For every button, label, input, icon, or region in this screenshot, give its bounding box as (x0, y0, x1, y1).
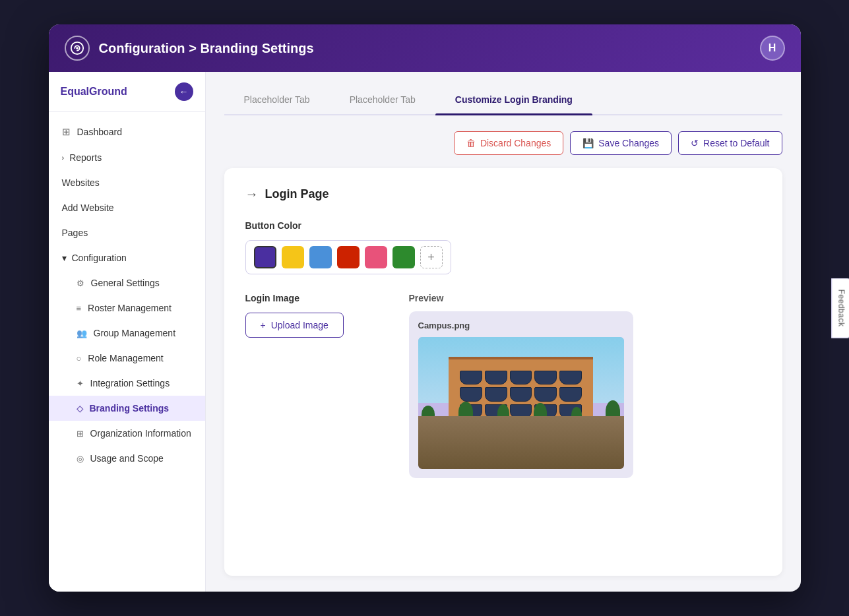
integration-icon: ✦ (77, 379, 84, 388)
sidebar-item-reports[interactable]: › Reports (49, 145, 205, 170)
sidebar-item-label: Branding Settings (90, 403, 170, 414)
main-content: Placeholder Tab Placeholder Tab Customiz… (206, 72, 801, 592)
sidebar-item-roster-management[interactable]: ≡ Roster Management (49, 295, 205, 321)
plus-icon: + (261, 320, 266, 330)
campus-illustration (418, 337, 624, 469)
preview-filename: Campus.png (418, 321, 624, 330)
sidebar: EqualGround ← ⊞ Dashboard › Reports Webs… (49, 72, 206, 592)
add-color-button[interactable]: + (420, 246, 443, 268)
sidebar-item-branding-settings[interactable]: ◇ Branding Settings (49, 396, 205, 421)
ground-bg (418, 416, 624, 469)
tabs-bar: Placeholder Tab Placeholder Tab Customiz… (224, 88, 782, 115)
color-swatch-blue[interactable] (309, 246, 332, 268)
tab-customize-login-branding[interactable]: Customize Login Branding (435, 88, 592, 114)
sidebar-item-dashboard[interactable]: ⊞ Dashboard (49, 119, 205, 145)
sidebar-item-role-management[interactable]: ○ Role Management (49, 346, 205, 371)
card-title: Login Page (265, 187, 329, 201)
app-logo (65, 36, 90, 61)
sidebar-item-label: General Settings (91, 278, 160, 288)
sidebar-item-label: Add Website (62, 202, 114, 213)
page-title: Configuration > Branding Settings (99, 41, 760, 56)
brand-name: EqualGround (61, 86, 127, 98)
sidebar-item-label: Role Management (88, 353, 163, 363)
sidebar-item-general-settings[interactable]: ⚙ General Settings (49, 270, 205, 295)
branding-icon: ◇ (77, 404, 83, 414)
settings-icon: ⚙ (77, 278, 84, 288)
preview-box: Campus.png (409, 311, 633, 478)
sidebar-item-pages[interactable]: Pages (49, 220, 205, 245)
toolbar: 🗑 Discard Changes 💾 Save Changes ↺ Reset… (224, 131, 782, 155)
preview-col: Preview Campus.png (409, 293, 761, 478)
sidebar-item-label: Organization Information (90, 428, 191, 439)
user-avatar[interactable]: H (760, 36, 785, 61)
sidebar-section-configuration[interactable]: ▾ Configuration (49, 245, 205, 270)
color-palette: + (245, 240, 451, 274)
dashboard-icon: ⊞ (62, 126, 71, 138)
login-image-col: Login Image + Upload Image (245, 293, 377, 338)
app-body: EqualGround ← ⊞ Dashboard › Reports Webs… (49, 72, 801, 592)
sidebar-item-websites[interactable]: Websites (49, 170, 205, 195)
reset-to-default-button[interactable]: ↺ Reset to Default (678, 131, 782, 155)
color-swatch-green[interactable] (393, 246, 415, 268)
login-image-section: Login Image + Upload Image Preview Campu… (245, 293, 761, 478)
sidebar-item-label: Dashboard (77, 127, 123, 137)
roster-icon: ≡ (77, 303, 82, 313)
sidebar-item-label: Roster Management (88, 303, 172, 313)
preview-image (418, 337, 624, 469)
sidebar-item-label: Group Management (94, 328, 176, 338)
card-header: → Login Page (245, 187, 761, 202)
sidebar-item-label: Websites (62, 177, 100, 188)
group-icon: 👥 (77, 328, 87, 338)
sidebar-section-label: Configuration (72, 253, 127, 263)
color-swatch-pink[interactable] (365, 246, 387, 268)
organization-icon: ⊞ (77, 429, 84, 439)
tab-placeholder-2[interactable]: Placeholder Tab (330, 88, 435, 114)
sidebar-item-label: Reports (69, 152, 102, 163)
usage-icon: ◎ (77, 454, 84, 464)
sidebar-item-group-management[interactable]: 👥 Group Management (49, 321, 205, 346)
button-color-label: Button Color (245, 220, 761, 231)
sidebar-item-integration-settings[interactable]: ✦ Integration Settings (49, 371, 205, 396)
branding-card: → Login Page Button Color + (224, 168, 782, 576)
trash-icon: 🗑 (466, 138, 476, 148)
save-icon: 💾 (582, 138, 594, 148)
sidebar-item-usage-and-scope[interactable]: ◎ Usage and Scope (49, 446, 205, 471)
color-swatch-purple[interactable] (254, 246, 276, 268)
feedback-tab[interactable]: Feedback (832, 278, 849, 338)
login-page-icon: → (245, 187, 259, 202)
preview-label: Preview (409, 293, 761, 303)
discard-changes-button[interactable]: 🗑 Discard Changes (454, 131, 563, 155)
color-swatch-yellow[interactable] (282, 246, 304, 268)
sidebar-item-add-website[interactable]: Add Website (49, 195, 205, 220)
tab-placeholder-1[interactable]: Placeholder Tab (224, 88, 330, 114)
save-changes-button[interactable]: 💾 Save Changes (570, 131, 672, 155)
sidebar-item-label: Usage and Scope (90, 453, 164, 464)
sidebar-item-label: Integration Settings (90, 378, 170, 388)
sidebar-item-label: Pages (62, 228, 88, 238)
chevron-right-icon: › (62, 154, 65, 162)
svg-point-0 (76, 47, 79, 49)
sidebar-item-organization-information[interactable]: ⊞ Organization Information (49, 421, 205, 446)
login-image-label: Login Image (245, 293, 377, 303)
app-header: Configuration > Branding Settings H (49, 24, 801, 72)
sidebar-brand: EqualGround ← (49, 72, 205, 112)
role-icon: ○ (77, 354, 82, 363)
sidebar-nav: ⊞ Dashboard › Reports Websites Add Websi… (49, 112, 205, 592)
back-button[interactable]: ← (175, 82, 193, 101)
upload-image-button[interactable]: + Upload Image (245, 313, 344, 338)
chevron-down-icon: ▾ (62, 253, 67, 263)
color-swatch-red[interactable] (337, 246, 360, 268)
reset-icon: ↺ (691, 138, 699, 148)
